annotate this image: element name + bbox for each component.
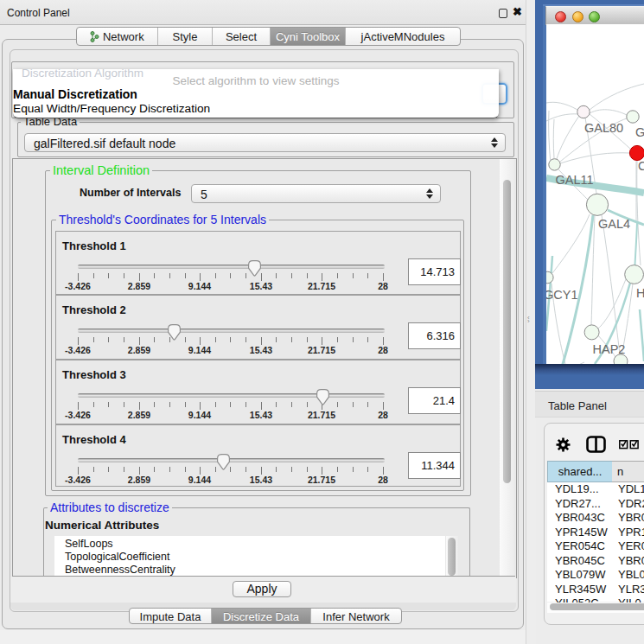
- svg-text:HAP2: HAP2: [593, 342, 626, 356]
- svg-text:GAL80: GAL80: [584, 121, 623, 135]
- svg-text:GAL11: GAL11: [556, 173, 594, 187]
- svg-text:GAL4: GAL4: [598, 217, 630, 231]
- svg-text:CY: CY: [638, 159, 644, 173]
- svg-text:H: H: [636, 286, 644, 300]
- svg-text:GA: GA: [635, 125, 644, 139]
- svg-text:GCY1: GCY1: [546, 288, 578, 302]
